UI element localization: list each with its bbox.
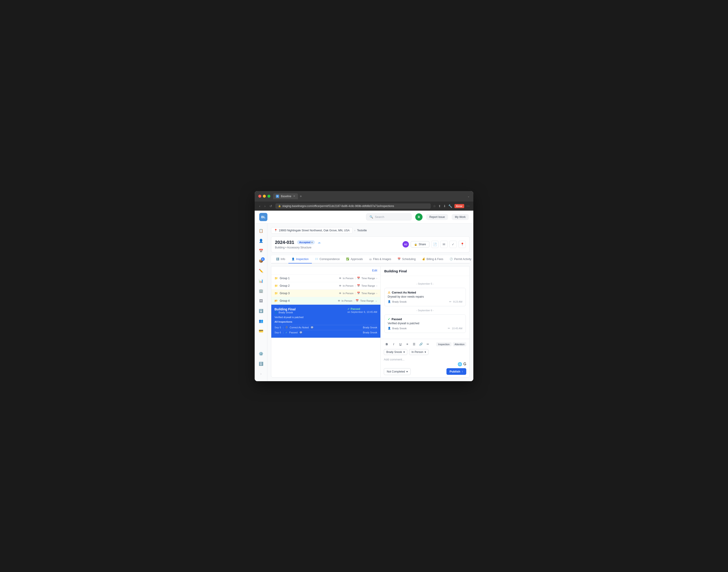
new-tab-button[interactable]: + <box>300 194 302 198</box>
download-icon[interactable]: ⬇ <box>443 204 446 208</box>
files-tab-icon: 🗂 <box>369 258 372 261</box>
timeline-area: - September 5 - ⚠ Correct As Noted Drywa… <box>381 276 469 339</box>
person-icon: 👤 <box>274 311 278 314</box>
folder-icon-2: 📁 <box>274 284 278 287</box>
tab-activity[interactable]: 🕐 Permit Activity <box>447 255 473 264</box>
sidebar-expand-button[interactable]: › <box>257 369 266 378</box>
assignee-dropdown[interactable]: Brady Snook ▾ <box>384 349 407 355</box>
edit-icon-2[interactable]: ✏ <box>448 327 450 330</box>
sidebar-item-team[interactable]: 👥 <box>257 316 266 326</box>
pipe-3: | <box>355 292 355 295</box>
url-input[interactable]: 🔒 staging.baselinegov.com/office/permit/… <box>275 203 431 209</box>
link-button[interactable]: 🔗 <box>418 341 424 347</box>
browser-tab[interactable]: B Baseline ✕ <box>273 193 298 199</box>
search-input[interactable]: Search <box>375 215 384 219</box>
eye-icon-3: 👁 <box>339 292 341 295</box>
group-1-view: In Person <box>343 277 353 280</box>
edit-icon-1[interactable]: ✏ <box>449 300 452 303</box>
unordered-list-button[interactable]: ☰ <box>411 341 417 347</box>
url-bar: ‹ › ↺ 🔒 staging.baselinegov.com/office/p… <box>255 202 473 211</box>
extension-icon[interactable]: 🔧 <box>448 204 452 208</box>
eye-icon-4: 👁 <box>338 299 340 302</box>
clear-format-button[interactable]: ✂ <box>425 341 431 347</box>
share-button[interactable]: 🔒 Share <box>411 241 429 247</box>
comment-footer: Not Completed ▾ Publish ↑ <box>384 368 466 375</box>
email-action-button[interactable]: ✉ <box>440 241 448 248</box>
cal-icon-4: 📅 <box>355 299 359 302</box>
sidebar-item-settings[interactable]: ⚙️ <box>257 349 266 358</box>
sidebar-item-permits[interactable]: 📋 <box>257 226 266 235</box>
bookmark-icon[interactable]: ☆ <box>433 204 436 208</box>
italic-button[interactable]: I <box>391 341 397 347</box>
inspection-row-1[interactable]: Sep 5 | ⏱ Correct As Noted 💬 Brady Snook <box>274 325 377 330</box>
comment-input-icons: 🌐 G <box>384 362 466 366</box>
group-3-right: 👁 In Person | 📅 Time Range › <box>339 292 377 295</box>
tab-approvals[interactable]: ✅ Approvals <box>343 255 366 264</box>
sidebar-item-billing[interactable]: 💳 <box>257 327 266 336</box>
search-box[interactable]: 🔍 Search <box>366 213 412 220</box>
user-avatar[interactable]: B <box>415 213 422 221</box>
check-action-button[interactable]: ✓ <box>449 241 457 248</box>
ordered-list-button[interactable]: ≡ <box>404 341 410 347</box>
window-expand[interactable]: ⌄ <box>467 195 470 198</box>
building-final-card[interactable]: Building Final 👤 Brady Snook ✓ Passed <box>271 305 380 338</box>
forward-button[interactable]: › <box>264 204 266 208</box>
location-action-button[interactable]: 📍 <box>459 241 466 248</box>
underline-button[interactable]: U <box>397 341 403 347</box>
edit-button[interactable]: Edit <box>372 269 377 272</box>
group-row-4[interactable]: 📂 Group 4 👁 In Person | 📅 Time Range ⌄ <box>271 297 380 305</box>
sidebar-item-downloads[interactable]: ⬇️ <box>257 306 266 315</box>
sidebar-item-packages[interactable]: 📦 8 <box>257 257 266 266</box>
share-icon[interactable]: ⬆ <box>438 204 441 208</box>
sidebar-item-images[interactable]: 🖼 <box>257 296 266 305</box>
tab-files[interactable]: 🗂 Files & Images <box>366 255 394 264</box>
group-row-2[interactable]: 📁 Group 2 👁 In Person | 📅 Time Range › <box>271 282 380 290</box>
sidebar-item-edit[interactable]: ✏️ <box>257 267 266 276</box>
breadcrumb-location[interactable]: 📍 19900 Nightingale Street Northwest, Oa… <box>271 227 353 234</box>
scheduling-tab-icon: 📅 <box>397 258 401 261</box>
report-issue-button[interactable]: Report Issue <box>426 214 448 220</box>
close-button[interactable] <box>258 195 261 198</box>
maximize-button[interactable] <box>267 195 270 198</box>
publish-button[interactable]: Publish ↑ <box>447 368 466 375</box>
sidebar-item-buildings[interactable]: 🏢 <box>257 286 266 296</box>
inspection-row-2[interactable]: Sep 6 | ✓ Passed 💬 Brady Snook <box>274 330 377 335</box>
tab-close-icon[interactable]: ✕ <box>293 195 295 198</box>
tl-card-footer-2: 👤 Brady Snook ✏ 10:45 AM <box>388 327 462 330</box>
bold-button[interactable]: B <box>384 341 390 347</box>
sidebar-item-reports[interactable]: 📊 <box>257 276 266 286</box>
tab-scheduling[interactable]: 📅 Scheduling <box>394 255 419 264</box>
document-action-button[interactable]: 📄 <box>431 241 439 248</box>
back-button[interactable]: ‹ <box>258 204 261 208</box>
bf-header: Building Final 👤 Brady Snook ✓ Passed <box>274 307 377 314</box>
group-row-3[interactable]: 📁 Group 3 👁 In Person | 📅 Time Range › <box>271 290 380 297</box>
status-badge[interactable]: Accepted ▾ <box>297 240 315 244</box>
tab-info[interactable]: ℹ️ Info <box>273 255 288 264</box>
tab-billing[interactable]: 💰 Billing & Fees <box>419 255 447 264</box>
group-2-time: Time Range <box>361 284 375 287</box>
inspection-tag[interactable]: Inspection <box>436 342 451 346</box>
method-dropdown[interactable]: In Person ▾ <box>409 349 428 355</box>
minimize-button[interactable] <box>263 195 266 198</box>
sidebar-bottom: ⚙️ ℹ️ › <box>257 349 266 378</box>
publish-label: Publish <box>450 370 460 373</box>
my-work-button[interactable]: My Work <box>452 214 469 220</box>
tab-inspection[interactable]: 👤 Inspection <box>288 255 312 264</box>
grammarly-icon[interactable]: G <box>464 362 466 366</box>
group-row-1[interactable]: 📁 Group 1 👁 In Person | 📅 Time Range › <box>271 275 380 282</box>
sidebar-item-users[interactable]: 👤 <box>257 236 266 245</box>
attention-tag[interactable]: Attention <box>453 342 466 346</box>
permit-user-avatar[interactable]: AJ <box>402 241 409 247</box>
sidebar-item-calendar[interactable]: 📅 <box>257 246 266 256</box>
browser-menu[interactable]: ⋯ <box>466 204 470 208</box>
comment-input[interactable]: Add comment... <box>384 357 466 362</box>
tab-correspondence[interactable]: ✉️ Correspondence <box>312 255 343 264</box>
app-logo[interactable]: BL <box>259 213 267 221</box>
location-pin-icon: 📍 <box>274 229 277 232</box>
not-completed-button[interactable]: Not Completed ▾ <box>384 368 411 375</box>
lock-icon: 🔒 <box>414 243 417 246</box>
pipe-2: | <box>355 284 355 287</box>
sidebar-item-info[interactable]: ℹ️ <box>257 359 266 368</box>
refresh-button[interactable]: ↺ <box>269 204 273 208</box>
emoji-icon[interactable]: 🌐 <box>458 362 462 366</box>
